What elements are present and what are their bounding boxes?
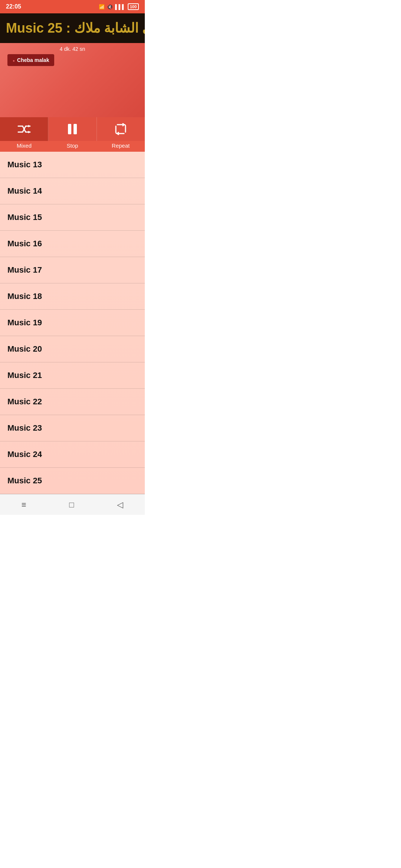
control-buttons xyxy=(0,117,145,141)
music-list-item-16[interactable]: Music 16 xyxy=(0,231,145,257)
music-list-item-23[interactable]: Music 23 xyxy=(0,415,145,441)
mute-icon: 🔇 xyxy=(107,4,113,10)
music-list-item-15[interactable]: Music 15 xyxy=(0,204,145,231)
music-list-item-24[interactable]: Music 24 xyxy=(0,441,145,468)
music-list-item-25[interactable]: Music 25 xyxy=(0,468,145,494)
status-bar: 22:05 📶 🔇 ▌▌▌ 100 xyxy=(0,0,145,13)
repeat-button[interactable] xyxy=(97,117,145,141)
music-list-item-14[interactable]: Music 14 xyxy=(0,178,145,204)
stop-button[interactable] xyxy=(48,117,97,141)
back-icon[interactable]: ◁ xyxy=(110,499,131,511)
home-icon[interactable]: □ xyxy=(62,499,81,511)
music-list-item-21[interactable]: Music 21 xyxy=(0,362,145,389)
repeat-label: Repeat xyxy=(97,141,145,152)
svg-rect-0 xyxy=(68,124,71,134)
music-list-item-20[interactable]: Music 20 xyxy=(0,336,145,362)
music-list-item-19[interactable]: Music 19 xyxy=(0,310,145,336)
artist-label-container: Cheba malak xyxy=(7,54,54,66)
app-title: بيق اغاني الشابة ملاك : Music 25 xyxy=(6,20,145,36)
music-list-item-17[interactable]: Music 17 xyxy=(0,257,145,283)
controls-section: Mixed Stop Repeat xyxy=(0,117,145,152)
svg-rect-1 xyxy=(74,124,77,134)
nav-bar: ≡ □ ◁ xyxy=(0,494,145,515)
music-list-item-22[interactable]: Music 22 xyxy=(0,389,145,415)
music-list: Music 13Music 14Music 15Music 16Music 17… xyxy=(0,152,145,494)
shuffle-label: Mixed xyxy=(0,141,48,152)
bluetooth-icon: 📶 xyxy=(99,4,105,10)
player-area: 4 dk. 42 sn Cheba malak xyxy=(0,43,145,117)
music-list-item-13[interactable]: Music 13 xyxy=(0,152,145,178)
stop-label: Stop xyxy=(48,141,97,152)
status-time: 22:05 xyxy=(6,3,21,10)
status-icons: 📶 🔇 ▌▌▌ 100 xyxy=(99,3,139,10)
artist-label: Cheba malak xyxy=(7,54,54,66)
shuffle-button[interactable] xyxy=(0,117,48,141)
music-list-item-18[interactable]: Music 18 xyxy=(0,283,145,310)
signal-icon: ▌▌▌ xyxy=(115,4,125,10)
duration-display: 4 dk. 42 sn xyxy=(60,46,85,52)
control-labels: Mixed Stop Repeat xyxy=(0,141,145,152)
battery-indicator: 100 xyxy=(128,3,139,10)
title-bar: بيق اغاني الشابة ملاك : Music 25 xyxy=(0,13,145,43)
menu-icon[interactable]: ≡ xyxy=(14,499,34,511)
